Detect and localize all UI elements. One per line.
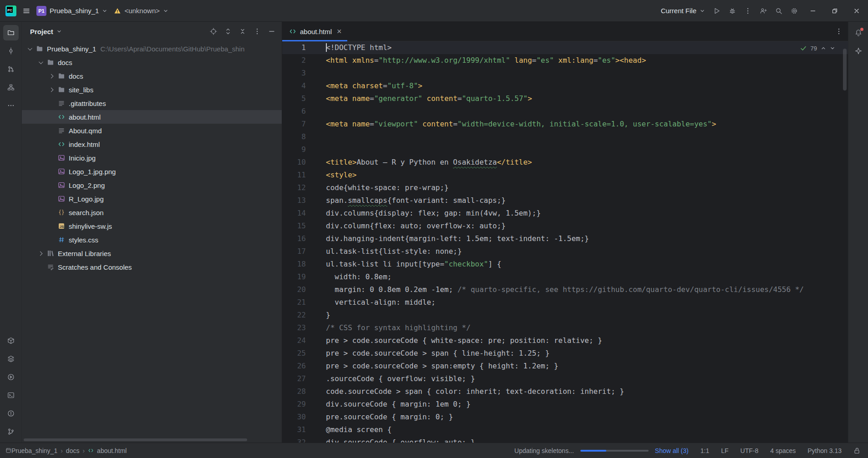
tree-item-external-libraries[interactable]: External Libraries <box>22 247 282 260</box>
code-line[interactable]: 31@media screen { <box>282 423 848 436</box>
code-line[interactable]: 30pre.sourceCode { margin: 0; } <box>282 411 848 423</box>
code-line[interactable]: 20 margin: 0 0.8em 0.2em -1em; /* quarto… <box>282 283 848 296</box>
tool-stripe-project[interactable] <box>3 25 19 40</box>
project-horizontal-scrollbar[interactable] <box>24 438 247 441</box>
interpreter-widget[interactable]: Python 3.13 <box>807 447 842 454</box>
encoding-widget[interactable]: UTF-8 <box>741 447 759 454</box>
code-line[interactable]: 8 <box>282 131 848 143</box>
code-line[interactable]: 22} <box>282 309 848 322</box>
code-line[interactable]: 9 <box>282 143 848 156</box>
settings-gear-icon[interactable] <box>791 7 798 15</box>
tree-item-about-html[interactable]: about.html <box>22 110 282 124</box>
prev-problem-icon[interactable] <box>821 45 826 51</box>
main-menu-icon[interactable] <box>23 7 30 15</box>
code-line[interactable]: 18ul.task-list li input[type="checkbox"]… <box>282 258 848 271</box>
code-line[interactable]: 4<meta charset="utf-8"> <box>282 80 848 92</box>
restore-button[interactable] <box>828 4 842 18</box>
inspections-widget[interactable]: 79 <box>800 45 835 52</box>
tab-close-icon[interactable]: × <box>337 27 342 35</box>
breadcrumb-item[interactable]: Prueba_shiny_1 <box>11 447 57 454</box>
collapse-all-icon[interactable] <box>239 28 246 35</box>
tree-item-site-libs[interactable]: site_libs <box>22 83 282 96</box>
tool-stripe-notifications[interactable] <box>851 25 866 40</box>
code-line[interactable]: 29div.sourceCode { margin: 1em 0; } <box>282 398 848 411</box>
tool-stripe-ai-assistant[interactable] <box>851 43 866 59</box>
tool-stripe-version-control[interactable] <box>3 424 19 439</box>
editor-vertical-scrollbar[interactable] <box>843 49 847 91</box>
background-task[interactable]: Updating skeletons... Show all (3) <box>514 447 689 454</box>
code-line[interactable]: 6 <box>282 105 848 118</box>
tool-stripe-more-tool-windows[interactable] <box>3 98 19 113</box>
code-line[interactable]: 7<meta name="viewport" content="width=de… <box>282 118 848 131</box>
tree-item-prueba-shiny-1[interactable]: Prueba_shiny_1C:\Users\Aprai\Documents\G… <box>22 42 282 55</box>
expand-all-icon[interactable] <box>224 28 232 35</box>
tree-item-logo-2-png[interactable]: Logo_2.png <box>22 178 282 192</box>
interpreter-warning-selector[interactable]: <unknown> <box>114 7 168 15</box>
code-line[interactable]: 15div.column{flex: auto; overflow-x: aut… <box>282 220 848 232</box>
code-line[interactable]: 11<style> <box>282 169 848 181</box>
code-line[interactable]: 14div.columns{display: flex; gap: min(4v… <box>282 207 848 220</box>
tree-item-search-json[interactable]: search.json <box>22 206 282 219</box>
chevron-right-icon[interactable] <box>49 74 54 78</box>
tree-item-docs[interactable]: docs <box>22 69 282 83</box>
hide-panel-icon[interactable] <box>268 28 275 35</box>
code-line[interactable]: 16div.hanging-indent{margin-left: 1.5em;… <box>282 232 848 245</box>
tree-item-r-logo-jpg[interactable]: R_Logo.jpg <box>22 192 282 206</box>
run-config-selector[interactable]: Current File <box>661 7 705 15</box>
tree-item-styles-css[interactable]: styles.css <box>22 233 282 247</box>
code-editor[interactable]: 1<!DOCTYPE html>2<html xmlns="http://www… <box>282 41 848 443</box>
tool-stripe-commit[interactable] <box>3 43 19 59</box>
tree-item-logo-1-jpg-png[interactable]: Logo_1.jpg.png <box>22 165 282 178</box>
code-line[interactable]: 23/* CSS for syntax highlighting */ <box>282 322 848 334</box>
code-line[interactable]: 13span.smallcaps{font-variant: small-cap… <box>282 194 848 207</box>
tree-item-docs[interactable]: docs <box>22 55 282 69</box>
tool-stripe-python-console[interactable] <box>3 369 19 385</box>
breadcrumb-item[interactable]: about.html <box>97 447 127 454</box>
debug-button[interactable] <box>729 7 736 15</box>
readonly-lock-icon[interactable] <box>853 447 861 454</box>
code-with-me-icon[interactable] <box>760 7 767 15</box>
more-actions-icon[interactable] <box>744 7 751 15</box>
code-line[interactable]: 26pre > code.sourceCode > span:empty { h… <box>282 360 848 372</box>
breadcrumb-item[interactable]: docs <box>66 447 80 454</box>
search-everywhere-icon[interactable] <box>775 7 782 15</box>
close-button[interactable] <box>850 4 863 18</box>
line-separator-widget[interactable]: LF <box>721 447 728 454</box>
select-opened-file-icon[interactable] <box>210 28 217 35</box>
tool-stripe-problems[interactable] <box>3 406 19 421</box>
code-line[interactable]: 32div.sourceCode { overflow: auto; } <box>282 436 848 443</box>
show-all-link[interactable]: Show all (3) <box>655 447 689 454</box>
tool-stripe-python-packages[interactable] <box>3 333 19 348</box>
chevron-down-icon[interactable] <box>39 60 43 64</box>
code-line[interactable]: 19 width: 0.8em; <box>282 271 848 283</box>
tool-stripe-pull-requests[interactable] <box>3 61 19 77</box>
run-button[interactable] <box>713 7 721 15</box>
editor-tabs-more-icon[interactable] <box>835 28 843 35</box>
next-problem-icon[interactable] <box>830 45 835 51</box>
code-line[interactable]: 24pre > code.sourceCode { white-space: p… <box>282 334 848 347</box>
code-line[interactable]: 10<title>About – R y Python en Osakidetz… <box>282 156 848 169</box>
code-line[interactable]: 12code{white-space: pre-wrap;} <box>282 181 848 194</box>
code-line[interactable]: 21 vertical-align: middle; <box>282 296 848 309</box>
indent-widget[interactable]: 4 spaces <box>770 447 796 454</box>
caret-position-widget[interactable]: 1:1 <box>700 447 709 454</box>
tool-stripe-terminal[interactable] <box>3 388 19 403</box>
tool-stripe-structure[interactable] <box>3 80 19 95</box>
chevron-down-icon[interactable] <box>28 46 32 50</box>
tree-item-scratches-and-consoles[interactable]: Scratches and Consoles <box>22 260 282 274</box>
tree-item-inicio-jpg[interactable]: Inicio.jpg <box>22 151 282 165</box>
code-line[interactable]: 25pre > code.sourceCode > span { line-he… <box>282 347 848 360</box>
tree-item-index-html[interactable]: index.html <box>22 137 282 151</box>
project-selector[interactable]: P1 Prueba_shiny_1 <box>36 6 107 16</box>
chevron-right-icon[interactable] <box>49 87 54 92</box>
code-line[interactable]: 27.sourceCode { overflow: visible; } <box>282 372 848 385</box>
project-panel-title[interactable]: Project <box>30 28 62 35</box>
tree-item-about-qmd[interactable]: About.qmd <box>22 124 282 137</box>
code-line[interactable]: 2<html xmlns="http://www.w3.org/1999/xht… <box>282 54 848 67</box>
tab-about-html[interactable]: about.html × <box>282 22 347 41</box>
code-line[interactable]: 28code.sourceCode > span { color: inheri… <box>282 385 848 398</box>
tool-stripe-services[interactable] <box>3 351 19 367</box>
code-line[interactable]: 17ul.task-list{list-style: none;} <box>282 245 848 258</box>
code-line[interactable]: 5<meta name="generator" content="quarto-… <box>282 92 848 105</box>
tree-item-gitattributes[interactable]: .gitattributes <box>22 96 282 110</box>
